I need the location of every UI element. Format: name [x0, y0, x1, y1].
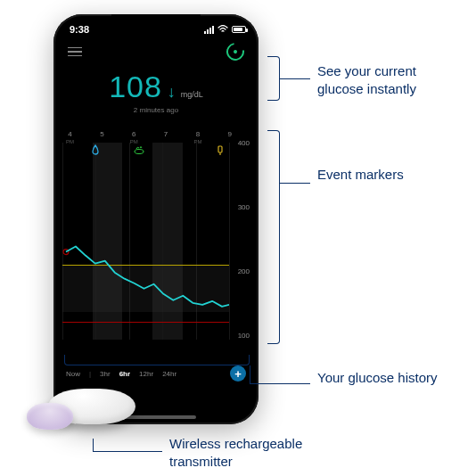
x-tick: 4 [68, 130, 71, 138]
y-tick: 200 [232, 267, 250, 275]
callout-bracket [267, 56, 280, 101]
range-selector: Now | 3hr 6hr 12hr 24hr + [66, 365, 246, 382]
add-event-button[interactable]: + [230, 365, 246, 382]
callout-glucose-history: Your glucose history [317, 369, 442, 387]
callout-line [93, 451, 162, 452]
range-option[interactable]: 24hr [162, 370, 176, 378]
product-diagram: 9:38 108 ↓ mg/dL 2 minutes ago [0, 0, 476, 476]
x-tick: 6 [132, 130, 135, 138]
glucose-reading: 108 ↓ mg/dL 2 minutes ago [53, 70, 259, 114]
x-tick: 7 [164, 130, 168, 138]
callout-bracket [64, 355, 250, 365]
signal-icon [204, 26, 214, 34]
callout-bracket [267, 130, 280, 344]
range-option[interactable]: 12hr [139, 370, 153, 378]
status-time: 9:38 [70, 24, 89, 35]
y-tick: 300 [232, 203, 250, 211]
glucose-value: 108 [109, 70, 162, 104]
range-now[interactable]: Now [66, 370, 80, 378]
callout-current-glucose: See your current glucose instantly [317, 62, 460, 99]
app-header [53, 43, 259, 61]
x-tick: 9 [228, 130, 232, 138]
glucose-chart: 4PM 5 6PM 7 8PM 9 400 300 200 100 [62, 130, 250, 340]
y-tick: 100 [232, 332, 250, 340]
transmitter-sensor [27, 403, 73, 430]
wifi-icon [217, 25, 228, 35]
x-tick: 8 [196, 130, 200, 138]
transmitter-device [20, 383, 135, 439]
trend-arrow-icon: ↓ [168, 83, 176, 102]
x-tick: 5 [100, 130, 103, 138]
sensor-status-icon[interactable] [223, 39, 248, 64]
y-axis: 400 300 200 100 [232, 139, 250, 340]
callout-line [250, 365, 250, 383]
glucose-series [62, 143, 229, 340]
callout-event-markers: Event markers [317, 166, 424, 184]
phone-notch [111, 14, 201, 32]
menu-icon[interactable] [68, 47, 82, 57]
callout-line [93, 439, 94, 451]
callout-line [280, 78, 310, 79]
callout-line [250, 383, 310, 384]
reading-timestamp: 2 minutes ago [53, 106, 259, 114]
status-icons [204, 25, 246, 35]
range-option-active[interactable]: 6hr [119, 370, 130, 378]
callout-transmitter: Wireless rechargeable transmitter [169, 435, 348, 472]
separator: | [89, 370, 91, 378]
range-option[interactable]: 3hr [100, 370, 111, 378]
plot-area [62, 143, 230, 340]
callout-line [280, 183, 310, 184]
glucose-unit: mg/dL [181, 90, 203, 99]
y-tick: 400 [232, 139, 250, 147]
battery-icon [232, 26, 246, 33]
